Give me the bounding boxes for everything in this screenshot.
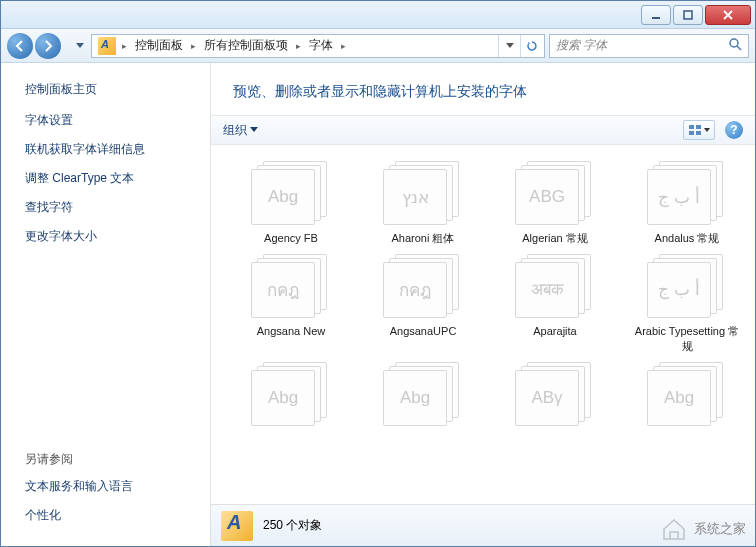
status-bar: 250 个对象 xyxy=(211,504,755,546)
sidebar-link-font-size[interactable]: 更改字体大小 xyxy=(25,228,200,245)
svg-rect-0 xyxy=(652,17,660,19)
address-bar[interactable]: ▸ 控制面板 ▸ 所有控制面板项 ▸ 字体 ▸ xyxy=(91,34,545,58)
font-item[interactable]: Abg xyxy=(359,362,487,432)
chevron-right-icon: ▸ xyxy=(294,41,303,51)
nav-history-dropdown[interactable] xyxy=(73,43,87,49)
font-thumbnail: Abg xyxy=(383,362,463,426)
font-sample: أ ب ج xyxy=(647,169,711,225)
breadcrumb-item[interactable]: 所有控制面板项 xyxy=(198,37,294,54)
font-thumbnail: अबक xyxy=(515,254,595,318)
chevron-right-icon: ▸ xyxy=(189,41,198,51)
refresh-button[interactable] xyxy=(520,35,542,57)
font-sample: ΑΒγ xyxy=(515,370,579,426)
sidebar-heading[interactable]: 控制面板主页 xyxy=(25,81,200,98)
font-item[interactable]: ΑΒγ xyxy=(491,362,619,432)
sidebar-see-also-heading: 另请参阅 xyxy=(25,451,200,468)
font-item[interactable]: กคฎAngsanaUPC xyxy=(359,254,487,354)
main-panel: 预览、删除或者显示和隐藏计算机上安装的字体 组织 ? AbgAgency FBא… xyxy=(211,63,755,546)
font-sample: กคฎ xyxy=(251,262,315,318)
font-sample: Abg xyxy=(383,370,447,426)
close-button[interactable] xyxy=(705,5,751,25)
font-thumbnail: Abg xyxy=(647,362,727,426)
font-thumbnail: אנץ xyxy=(383,161,463,225)
chevron-right-icon: ▸ xyxy=(339,41,348,51)
chevron-right-icon: ▸ xyxy=(120,41,129,51)
forward-button[interactable] xyxy=(35,33,61,59)
view-options-button[interactable] xyxy=(683,120,715,140)
sidebar-link-cleartype[interactable]: 调整 ClearType 文本 xyxy=(25,170,200,187)
fonts-folder-icon xyxy=(221,511,253,541)
font-item[interactable]: أ ب جAndalus 常规 xyxy=(623,161,751,246)
font-name-label: AngsanaUPC xyxy=(390,324,457,339)
breadcrumb-item[interactable]: 控制面板 xyxy=(129,37,189,54)
font-item[interactable]: AbgAgency FB xyxy=(227,161,355,246)
svg-rect-5 xyxy=(689,131,694,135)
font-sample: ABG xyxy=(515,169,579,225)
font-name-label: Agency FB xyxy=(264,231,318,246)
sidebar: 控制面板主页 字体设置 联机获取字体详细信息 调整 ClearType 文本 查… xyxy=(1,63,211,546)
titlebar xyxy=(1,1,755,29)
font-name-label: Andalus 常规 xyxy=(655,231,720,246)
status-count: 250 个对象 xyxy=(263,517,322,534)
font-sample: Abg xyxy=(251,370,315,426)
font-thumbnail: กคฎ xyxy=(251,254,331,318)
sidebar-link-personalization[interactable]: 个性化 xyxy=(25,507,200,524)
navbar: ▸ 控制面板 ▸ 所有控制面板项 ▸ 字体 ▸ 搜索 字体 xyxy=(1,29,755,63)
font-name-label: Aparajita xyxy=(533,324,576,339)
font-thumbnail: أ ب ج xyxy=(647,254,727,318)
font-name-label: Algerian 常规 xyxy=(522,231,587,246)
svg-rect-4 xyxy=(696,125,701,129)
font-item[interactable]: Abg xyxy=(227,362,355,432)
svg-rect-1 xyxy=(684,11,692,19)
breadcrumb-item[interactable]: 字体 xyxy=(303,37,339,54)
font-sample: Abg xyxy=(647,370,711,426)
chevron-down-icon xyxy=(250,127,258,133)
font-item[interactable]: أ ب جArabic Typesetting 常规 xyxy=(623,254,751,354)
font-item[interactable]: กคฎAngsana New xyxy=(227,254,355,354)
back-button[interactable] xyxy=(7,33,33,59)
sidebar-link-text-services[interactable]: 文本服务和输入语言 xyxy=(25,478,200,495)
font-thumbnail: กคฎ xyxy=(383,254,463,318)
font-thumbnail: Abg xyxy=(251,362,331,426)
svg-rect-6 xyxy=(696,131,701,135)
font-thumbnail: أ ب ج xyxy=(647,161,727,225)
font-sample: أ ب ج xyxy=(647,262,711,318)
svg-point-2 xyxy=(730,39,738,47)
font-grid: AbgAgency FBאנץAharoni 粗体ABGAlgerian 常规أ… xyxy=(211,145,755,504)
font-name-label: Aharoni 粗体 xyxy=(392,231,455,246)
font-thumbnail: ABG xyxy=(515,161,595,225)
help-button[interactable]: ? xyxy=(725,121,743,139)
font-thumbnail: ΑΒγ xyxy=(515,362,595,426)
font-sample: กคฎ xyxy=(383,262,447,318)
font-item[interactable]: אנץAharoni 粗体 xyxy=(359,161,487,246)
font-sample: Abg xyxy=(251,169,315,225)
maximize-button[interactable] xyxy=(673,5,703,25)
search-icon xyxy=(728,37,742,54)
toolbar: 组织 ? xyxy=(211,115,755,145)
address-dropdown-button[interactable] xyxy=(498,35,520,57)
page-title: 预览、删除或者显示和隐藏计算机上安装的字体 xyxy=(211,63,755,115)
font-item[interactable]: Abg xyxy=(623,362,751,432)
search-input[interactable]: 搜索 字体 xyxy=(549,34,749,58)
font-thumbnail: Abg xyxy=(251,161,331,225)
minimize-button[interactable] xyxy=(641,5,671,25)
sidebar-link-online-fonts[interactable]: 联机获取字体详细信息 xyxy=(25,141,200,158)
search-placeholder: 搜索 字体 xyxy=(556,37,607,54)
svg-rect-3 xyxy=(689,125,694,129)
font-item[interactable]: अबकAparajita xyxy=(491,254,619,354)
font-sample: אנץ xyxy=(383,169,447,225)
organize-menu[interactable]: 组织 xyxy=(223,122,258,139)
font-name-label: Arabic Typesetting 常规 xyxy=(632,324,742,354)
font-item[interactable]: ABGAlgerian 常规 xyxy=(491,161,619,246)
fonts-folder-icon xyxy=(98,37,116,55)
sidebar-link-font-settings[interactable]: 字体设置 xyxy=(25,112,200,129)
font-name-label: Angsana New xyxy=(257,324,326,339)
font-sample: अबक xyxy=(515,262,579,318)
sidebar-link-find-char[interactable]: 查找字符 xyxy=(25,199,200,216)
